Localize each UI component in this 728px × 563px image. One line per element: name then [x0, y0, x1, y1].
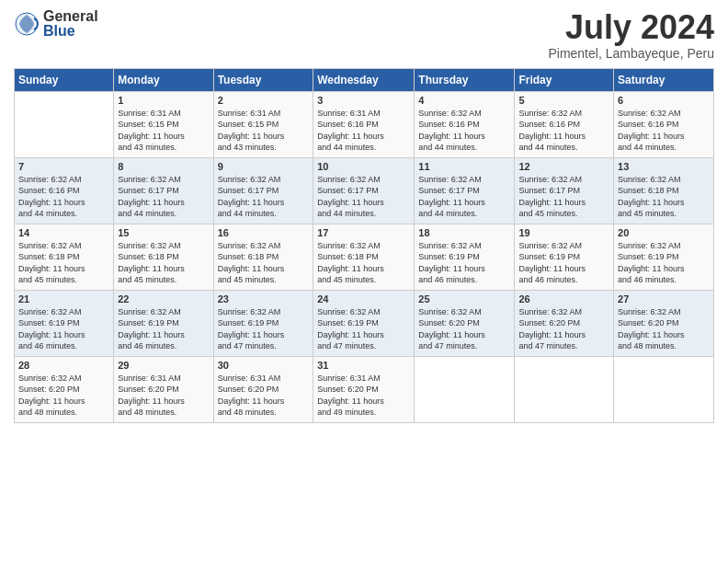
day-info: Sunrise: 6:32 AM Sunset: 6:17 PM Dayligh…: [118, 174, 209, 220]
day-cell: 31Sunrise: 6:31 AM Sunset: 6:20 PM Dayli…: [313, 356, 415, 422]
week-row-5: 28Sunrise: 6:32 AM Sunset: 6:20 PM Dayli…: [15, 356, 714, 422]
day-cell: 13Sunrise: 6:32 AM Sunset: 6:18 PM Dayli…: [614, 157, 714, 224]
logo-text: General Blue: [43, 9, 98, 39]
day-cell: 11Sunrise: 6:32 AM Sunset: 6:17 PM Dayli…: [415, 157, 515, 224]
day-info: Sunrise: 6:31 AM Sunset: 6:15 PM Dayligh…: [218, 108, 310, 154]
day-number: 30: [218, 360, 310, 371]
day-info: Sunrise: 6:32 AM Sunset: 6:18 PM Dayligh…: [618, 174, 710, 220]
day-cell: [415, 356, 515, 422]
day-cell: 18Sunrise: 6:32 AM Sunset: 6:19 PM Dayli…: [415, 224, 515, 290]
day-number: 27: [618, 293, 710, 304]
day-number: 10: [317, 161, 410, 172]
day-info: Sunrise: 6:32 AM Sunset: 6:19 PM Dayligh…: [218, 306, 310, 352]
header-row: SundayMondayTuesdayWednesdayThursdayFrid…: [15, 68, 714, 91]
day-cell: 3Sunrise: 6:31 AM Sunset: 6:16 PM Daylig…: [313, 91, 415, 157]
day-number: 28: [18, 360, 109, 371]
day-number: 14: [18, 227, 109, 238]
day-number: 8: [118, 161, 209, 172]
day-number: 25: [418, 293, 510, 304]
day-cell: 6Sunrise: 6:32 AM Sunset: 6:16 PM Daylig…: [614, 91, 714, 157]
day-cell: 10Sunrise: 6:32 AM Sunset: 6:17 PM Dayli…: [313, 157, 415, 224]
day-info: Sunrise: 6:32 AM Sunset: 6:16 PM Dayligh…: [418, 108, 510, 154]
day-info: Sunrise: 6:32 AM Sunset: 6:19 PM Dayligh…: [118, 306, 209, 352]
day-cell: 15Sunrise: 6:32 AM Sunset: 6:18 PM Dayli…: [114, 224, 213, 290]
day-number: 23: [218, 293, 310, 304]
day-cell: 17Sunrise: 6:32 AM Sunset: 6:18 PM Dayli…: [313, 224, 415, 290]
header-cell-sunday: Sunday: [15, 68, 114, 91]
day-cell: 9Sunrise: 6:32 AM Sunset: 6:17 PM Daylig…: [213, 157, 313, 224]
header-cell-saturday: Saturday: [614, 68, 714, 91]
day-number: 26: [518, 293, 609, 304]
week-row-3: 14Sunrise: 6:32 AM Sunset: 6:18 PM Dayli…: [15, 224, 714, 290]
day-number: 24: [317, 293, 410, 304]
day-cell: 22Sunrise: 6:32 AM Sunset: 6:19 PM Dayli…: [114, 290, 213, 356]
day-info: Sunrise: 6:32 AM Sunset: 6:18 PM Dayligh…: [317, 240, 410, 286]
day-info: Sunrise: 6:32 AM Sunset: 6:16 PM Dayligh…: [618, 108, 710, 154]
day-number: 5: [518, 95, 609, 106]
day-info: Sunrise: 6:32 AM Sunset: 6:17 PM Dayligh…: [218, 174, 310, 220]
day-info: Sunrise: 6:32 AM Sunset: 6:16 PM Dayligh…: [18, 174, 109, 220]
header-cell-monday: Monday: [114, 68, 213, 91]
location: Pimentel, Lambayeque, Peru: [548, 46, 714, 61]
day-cell: 28Sunrise: 6:32 AM Sunset: 6:20 PM Dayli…: [15, 356, 114, 422]
day-cell: 8Sunrise: 6:32 AM Sunset: 6:17 PM Daylig…: [114, 157, 213, 224]
day-info: Sunrise: 6:32 AM Sunset: 6:20 PM Dayligh…: [518, 306, 609, 352]
day-number: 21: [18, 293, 109, 304]
day-number: 16: [218, 227, 310, 238]
day-number: 17: [317, 227, 410, 238]
day-cell: 20Sunrise: 6:32 AM Sunset: 6:19 PM Dayli…: [614, 224, 714, 290]
day-number: 18: [418, 227, 510, 238]
header: General Blue July 2024 Pimentel, Lambaye…: [14, 9, 714, 61]
day-info: Sunrise: 6:32 AM Sunset: 6:19 PM Dayligh…: [18, 306, 109, 352]
day-cell: 21Sunrise: 6:32 AM Sunset: 6:19 PM Dayli…: [15, 290, 114, 356]
day-number: 31: [317, 360, 410, 371]
day-cell: 5Sunrise: 6:32 AM Sunset: 6:16 PM Daylig…: [515, 91, 614, 157]
day-info: Sunrise: 6:31 AM Sunset: 6:15 PM Dayligh…: [118, 108, 209, 154]
day-number: 4: [418, 95, 510, 106]
day-cell: 23Sunrise: 6:32 AM Sunset: 6:19 PM Dayli…: [213, 290, 313, 356]
day-cell: 30Sunrise: 6:31 AM Sunset: 6:20 PM Dayli…: [213, 356, 313, 422]
day-cell: 4Sunrise: 6:32 AM Sunset: 6:16 PM Daylig…: [415, 91, 515, 157]
day-number: 11: [418, 161, 510, 172]
day-info: Sunrise: 6:32 AM Sunset: 6:17 PM Dayligh…: [317, 174, 410, 220]
month-title: July 2024: [548, 9, 714, 46]
day-cell: 29Sunrise: 6:31 AM Sunset: 6:20 PM Dayli…: [114, 356, 213, 422]
day-info: Sunrise: 6:31 AM Sunset: 6:20 PM Dayligh…: [218, 373, 310, 419]
day-number: 6: [618, 95, 710, 106]
day-cell: [15, 91, 114, 157]
day-info: Sunrise: 6:32 AM Sunset: 6:17 PM Dayligh…: [418, 174, 510, 220]
day-cell: 14Sunrise: 6:32 AM Sunset: 6:18 PM Dayli…: [15, 224, 114, 290]
day-cell: 26Sunrise: 6:32 AM Sunset: 6:20 PM Dayli…: [515, 290, 614, 356]
header-cell-friday: Friday: [515, 68, 614, 91]
day-number: 20: [618, 227, 710, 238]
day-info: Sunrise: 6:32 AM Sunset: 6:17 PM Dayligh…: [518, 174, 609, 220]
day-info: Sunrise: 6:32 AM Sunset: 6:18 PM Dayligh…: [218, 240, 310, 286]
day-info: Sunrise: 6:32 AM Sunset: 6:19 PM Dayligh…: [518, 240, 609, 286]
header-cell-wednesday: Wednesday: [313, 68, 415, 91]
day-info: Sunrise: 6:31 AM Sunset: 6:20 PM Dayligh…: [118, 373, 209, 419]
day-info: Sunrise: 6:32 AM Sunset: 6:18 PM Dayligh…: [18, 240, 109, 286]
day-number: 12: [518, 161, 609, 172]
day-info: Sunrise: 6:32 AM Sunset: 6:18 PM Dayligh…: [118, 240, 209, 286]
day-number: 9: [218, 161, 310, 172]
day-info: Sunrise: 6:32 AM Sunset: 6:20 PM Dayligh…: [18, 373, 109, 419]
day-info: Sunrise: 6:32 AM Sunset: 6:20 PM Dayligh…: [618, 306, 710, 352]
day-number: 1: [118, 95, 209, 106]
day-number: 2: [218, 95, 310, 106]
day-number: 3: [317, 95, 410, 106]
day-info: Sunrise: 6:32 AM Sunset: 6:19 PM Dayligh…: [317, 306, 410, 352]
day-cell: 1Sunrise: 6:31 AM Sunset: 6:15 PM Daylig…: [114, 91, 213, 157]
day-cell: 7Sunrise: 6:32 AM Sunset: 6:16 PM Daylig…: [15, 157, 114, 224]
day-cell: 12Sunrise: 6:32 AM Sunset: 6:17 PM Dayli…: [515, 157, 614, 224]
day-cell: 27Sunrise: 6:32 AM Sunset: 6:20 PM Dayli…: [614, 290, 714, 356]
week-row-1: 1Sunrise: 6:31 AM Sunset: 6:15 PM Daylig…: [15, 91, 714, 157]
day-number: 19: [518, 227, 609, 238]
logo: General Blue: [14, 9, 98, 39]
day-number: 13: [618, 161, 710, 172]
calendar-table: SundayMondayTuesdayWednesdayThursdayFrid…: [14, 68, 714, 423]
day-number: 15: [118, 227, 209, 238]
header-cell-thursday: Thursday: [415, 68, 515, 91]
day-number: 7: [18, 161, 109, 172]
day-info: Sunrise: 6:32 AM Sunset: 6:20 PM Dayligh…: [418, 306, 510, 352]
day-cell: [515, 356, 614, 422]
